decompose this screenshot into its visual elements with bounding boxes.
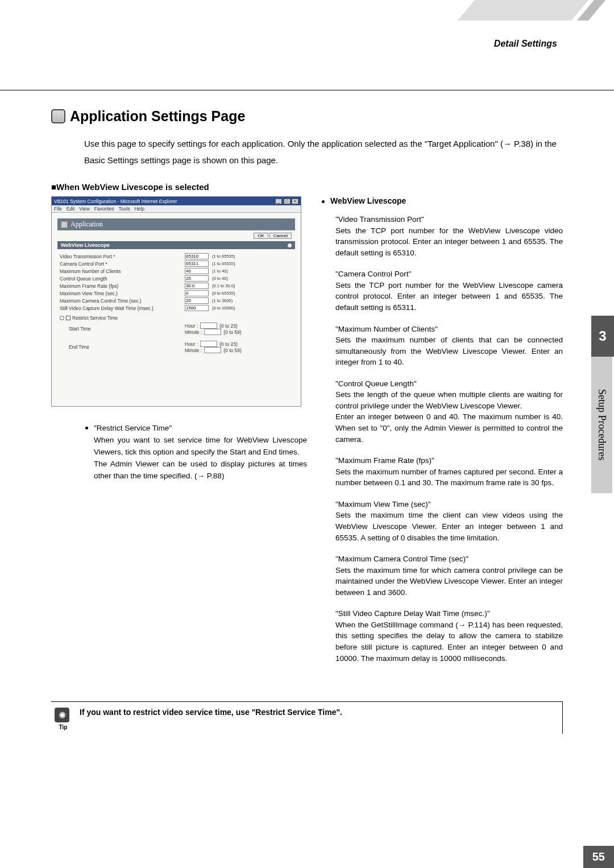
form-hint: (0.1 to 30.0) <box>212 283 235 288</box>
form-label: Video Transmission Port * <box>60 254 185 259</box>
header-decoration <box>458 0 588 20</box>
form-input-1[interactable] <box>185 261 209 267</box>
window-title: VB101 System Configuration - Microsoft I… <box>54 199 177 204</box>
intro-paragraph: Use this page to specify settings for ea… <box>84 136 563 168</box>
form-label: Maximum Frame Rate (fps) <box>60 283 185 289</box>
end-time-label: End Time <box>60 344 185 350</box>
form-input-5[interactable] <box>185 290 209 296</box>
tip-box: ✺ Tip If you want to restrict video serv… <box>51 701 563 734</box>
menu-file[interactable]: File <box>54 206 62 212</box>
form-input-4[interactable] <box>185 283 209 289</box>
section-breadcrumb: Detail Settings <box>494 39 557 49</box>
menu-favorites[interactable]: Favorites <box>94 206 114 212</box>
form-input-7[interactable] <box>185 305 209 311</box>
cancel-button[interactable]: Cancel <box>269 233 292 239</box>
menubar: File Edit View Favorites Tools Help <box>52 205 301 213</box>
setting-item-title: "Maximum View Time (sec)" <box>335 499 563 510</box>
form-label: Maximum Camera Control Time (sec.) <box>60 298 185 304</box>
when-heading: ■When WebView Livescope is selected <box>51 182 563 192</box>
menu-view[interactable]: View <box>79 206 89 212</box>
setting-item: "Camera Control Port"Sets the TCP port n… <box>335 268 563 313</box>
restrict-body-2: The Admin Viewer can be used to display … <box>94 458 307 482</box>
menu-help[interactable]: Help <box>134 206 144 212</box>
form-input-3[interactable] <box>185 275 209 282</box>
restrict-label: Restrict Service Time <box>72 315 118 321</box>
minimize-icon[interactable]: _ <box>275 199 282 204</box>
tip-text: If you want to restrict video service ti… <box>80 708 555 717</box>
form-hint: (1 to 3600) <box>212 298 233 303</box>
chapter-tab: 3 Setup Procedures <box>591 316 614 493</box>
bullet-icon <box>322 200 325 203</box>
form-input-2[interactable] <box>185 268 209 274</box>
start-minute-input[interactable] <box>204 329 221 335</box>
start-hour-input[interactable] <box>200 323 217 329</box>
restrict-checkbox[interactable] <box>66 316 70 320</box>
restrict-title: "Restrict Service Time" <box>94 423 307 435</box>
form-label: Control Queue Length <box>60 276 185 282</box>
restrict-body-1: When you want to set service time for We… <box>94 435 307 458</box>
setting-item: "Control Queue Length"Sets the length of… <box>335 378 563 445</box>
header-rule <box>0 90 614 90</box>
restrict-radio[interactable] <box>60 316 64 320</box>
setting-item-body: Sets the TCP port number for the WebView… <box>335 280 563 313</box>
form-hint: (1 to 40) <box>212 268 228 274</box>
setting-item-body: Sets the maximum time for which camera c… <box>335 565 563 598</box>
tip-label: Tip <box>55 724 72 730</box>
form-label: Still Video Capture Delay Wait Time (mse… <box>60 305 185 311</box>
form-input-0[interactable] <box>185 253 209 259</box>
form-label: Camera Control Port * <box>60 261 185 267</box>
setting-item: "Maximum Number of Clients"Sets the maxi… <box>335 324 563 368</box>
chapter-number: 3 <box>591 316 614 357</box>
setting-item-title: "Control Queue Length" <box>335 378 563 390</box>
setting-item-title: "Camera Control Port" <box>335 268 563 280</box>
form-hint: (1 to 65535) <box>212 261 235 266</box>
window-titlebar: VB101 System Configuration - Microsoft I… <box>52 197 301 205</box>
form-input-6[interactable] <box>185 297 209 304</box>
setting-item-title: "Maximum Camera Control Time (sec)" <box>335 553 563 565</box>
webview-header: WebView Livescope <box>57 241 295 249</box>
setting-item-title: "Video Transmission Port" <box>335 214 563 225</box>
setting-item: "Still Video Capture Delay Wait Time (ms… <box>335 608 563 664</box>
page-number: 55 <box>583 846 614 868</box>
menu-edit[interactable]: Edit <box>67 206 75 212</box>
form-hint: (1 to 65535) <box>212 254 235 259</box>
heading-icon <box>51 109 65 123</box>
setting-item-title: "Maximum Number of Clients" <box>335 324 563 335</box>
bullet-icon <box>85 427 88 429</box>
application-header: Application <box>57 218 295 230</box>
collapse-icon[interactable] <box>288 243 292 247</box>
setting-item-body: When the GetStillImage command (→ P.114)… <box>335 619 563 664</box>
setting-item: "Maximum Frame Rate (fps)"Sets the maxim… <box>335 455 563 489</box>
start-time-label: Start Time <box>60 326 185 332</box>
setting-item-body: Sets the TCP port number for the WebView… <box>335 225 563 259</box>
ok-button[interactable]: OK <box>254 233 268 239</box>
setting-item: "Maximum View Time (sec)"Sets the maximu… <box>335 499 563 543</box>
settings-screenshot: VB101 System Configuration - Microsoft I… <box>51 196 301 407</box>
setting-item: "Maximum Camera Control Time (sec)"Sets … <box>335 553 563 598</box>
end-hour-input[interactable] <box>200 341 217 347</box>
setting-item-title: "Still Video Capture Delay Wait Time (ms… <box>335 608 563 619</box>
menu-tools[interactable]: Tools <box>119 206 130 212</box>
setting-item-body: Sets the length of the queue when multip… <box>335 389 563 445</box>
maximize-icon[interactable]: □ <box>284 199 291 204</box>
setting-item-body: Sets the maximum time the client can vie… <box>335 510 563 543</box>
setting-item-body: Sets the maximum number of frames captur… <box>335 466 563 489</box>
form-label: Maximum Number of Clients <box>60 268 185 274</box>
setting-item-body: Sets the maximum number of clients that … <box>335 334 563 368</box>
form-hint: (0 to 40) <box>212 276 228 281</box>
setting-item-title: "Maximum Frame Rate (fps)" <box>335 455 563 466</box>
window-control-buttons: _ □ × <box>275 198 298 204</box>
close-icon[interactable]: × <box>292 199 298 204</box>
tip-icon: ✺ <box>55 708 69 722</box>
page-title: Application Settings Page <box>70 108 245 125</box>
webview-heading: WebView Livescope <box>330 196 406 205</box>
application-header-icon <box>61 221 68 228</box>
form-hint: (0 to 65535) <box>212 291 235 296</box>
form-hint: (0 to 10000) <box>212 305 235 311</box>
setting-item: "Video Transmission Port"Sets the TCP po… <box>335 214 563 258</box>
end-minute-input[interactable] <box>204 347 221 353</box>
chapter-name: Setup Procedures <box>591 357 612 493</box>
form-label: Maximum View Time (sec.) <box>60 291 185 296</box>
